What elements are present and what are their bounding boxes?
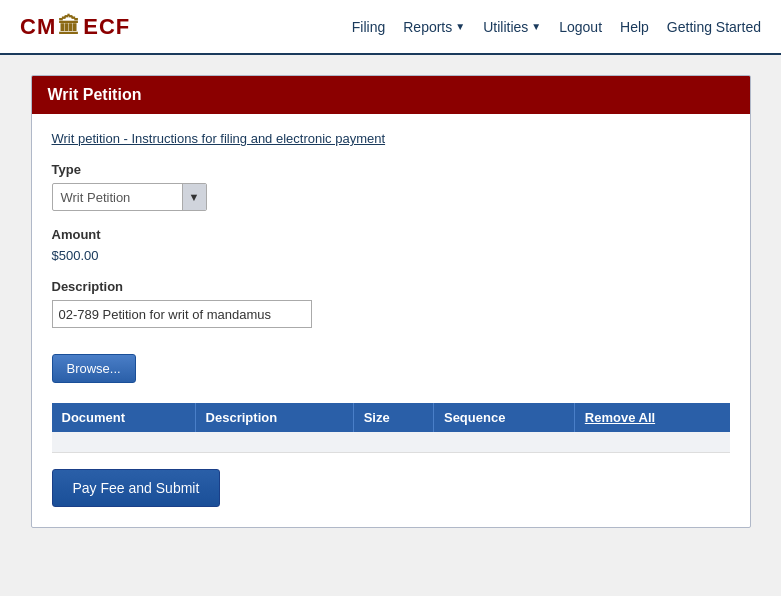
app-header: CM 🏛 ECF Filing Reports ▼ Utilities ▼ Lo… [0,0,781,55]
table-header-row: Document Description Size Sequence Remov… [52,403,730,432]
main-nav: Filing Reports ▼ Utilities ▼ Logout Help… [352,19,761,35]
amount-value: $500.00 [52,248,730,263]
empty-cell-5 [574,432,729,452]
reports-dropdown-arrow: ▼ [455,21,465,32]
type-field-group: Type Writ Petition ▼ [52,162,730,211]
nav-utilities-label: Utilities [483,19,528,35]
col-document: Document [52,403,196,432]
nav-logout[interactable]: Logout [559,19,602,35]
empty-cell-3 [353,432,433,452]
nav-utilities[interactable]: Utilities ▼ [483,19,541,35]
description-input[interactable] [52,300,312,328]
nav-reports-label: Reports [403,19,452,35]
remove-all-button[interactable]: Remove All [574,403,729,432]
logo: CM 🏛 ECF [20,14,130,40]
empty-cell-2 [195,432,353,452]
nav-getting-started[interactable]: Getting Started [667,19,761,35]
logo-icon: 🏛 [58,14,81,40]
type-select[interactable]: Writ Petition ▼ [52,183,207,211]
documents-table: Document Description Size Sequence Remov… [52,403,730,453]
empty-cell-4 [433,432,574,452]
pay-fee-submit-button[interactable]: Pay Fee and Submit [52,469,221,507]
col-size: Size [353,403,433,432]
main-content: Writ Petition Writ petition - Instructio… [0,55,781,548]
empty-cell-1 [52,432,196,452]
nav-reports[interactable]: Reports ▼ [403,19,465,35]
logo-ecf: ECF [83,14,130,40]
card-header: Writ Petition [32,76,750,114]
nav-help[interactable]: Help [620,19,649,35]
description-field-group: Description [52,279,730,328]
col-sequence: Sequence [433,403,574,432]
utilities-dropdown-arrow: ▼ [531,21,541,32]
table-header: Document Description Size Sequence Remov… [52,403,730,432]
browse-button[interactable]: Browse... [52,354,136,383]
table-body [52,432,730,452]
writ-petition-card: Writ Petition Writ petition - Instructio… [31,75,751,528]
description-label: Description [52,279,730,294]
table-empty-row [52,432,730,452]
amount-label: Amount [52,227,730,242]
nav-filing[interactable]: Filing [352,19,385,35]
type-select-dropdown-btn[interactable]: ▼ [182,184,206,210]
instructions-link[interactable]: Writ petition - Instructions for filing … [52,131,386,146]
logo-cm: CM [20,14,56,40]
col-description: Description [195,403,353,432]
amount-field-group: Amount $500.00 [52,227,730,263]
type-label: Type [52,162,730,177]
card-body: Writ petition - Instructions for filing … [32,114,750,527]
type-select-value: Writ Petition [53,190,182,205]
card-title: Writ Petition [48,86,142,103]
